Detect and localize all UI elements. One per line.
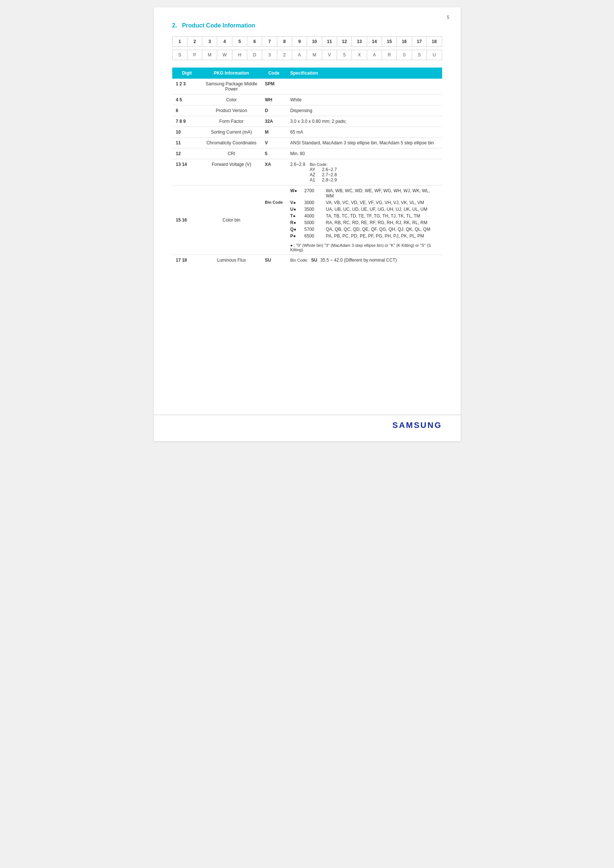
digit-number-cell: 15: [382, 37, 397, 47]
cb-bin-code: U●: [290, 207, 301, 212]
digit-cell: 7 8 9: [172, 116, 202, 127]
cb-bin-value: 2700: [304, 188, 323, 193]
digit-value-cell: A: [292, 50, 307, 60]
digit-value-cell: 5: [337, 50, 352, 60]
fv-bin-code: A1: [310, 177, 319, 183]
spec-cell: White: [287, 95, 442, 105]
fv-spec-cell: 2.6~2.9Bin Code:AY2.6~2.7AZ2.7~2.8A12.8~…: [287, 159, 442, 186]
digit-number-cell: 4: [217, 37, 232, 47]
page: 5 2. Product Code Information 1234567891…: [154, 8, 460, 441]
digit-number-cell: 10: [307, 37, 322, 47]
cb-bin-value: 4000: [304, 213, 323, 219]
fv-pkg-cell: Forward Voltage (V): [202, 159, 261, 186]
lf-code-cell: SU: [261, 255, 287, 266]
page-number: 5: [447, 15, 450, 20]
table-row: 1 2 3Samsung Package Middle PowerSPM: [172, 79, 442, 95]
table-row: 4 5ColorWHWhite: [172, 95, 442, 105]
pkg-cell: Product Version: [202, 105, 261, 116]
cb-pkg-cell: Color bin: [202, 186, 261, 255]
fv-bin-item: AZ2.7~2.8: [310, 172, 337, 177]
digit-values-table: SPMWHD32AMV5XAR0SU: [172, 50, 442, 60]
digit-value-cell: H: [232, 50, 247, 60]
table-row: 6Product VersionDDispensing: [172, 105, 442, 116]
lf-spec-cell: Bin Code:SU35.5 ~ 42.0 (Different by nom…: [287, 255, 442, 266]
lf-bin-code: SU: [311, 257, 317, 263]
section-heading: Product Code Information: [182, 22, 255, 29]
table-header-row: Digit PKG Information Code Specification: [172, 68, 442, 79]
luminous-flux-row: 17 18Luminous FluxSUBin Code:SU35.5 ~ 42…: [172, 255, 442, 266]
header-spec: Specification: [287, 68, 442, 79]
lf-pkg-cell: Luminous Flux: [202, 255, 261, 266]
digit-numbers-row: 123456789101112131415161718: [172, 37, 442, 47]
cb-bin-code: V●: [290, 200, 301, 205]
cb-code-cell: Bin Code: [261, 186, 287, 255]
cb-bin-value: 6500: [304, 233, 323, 239]
cb-bin-row: T●4000TA, TB, TC, TD, TE, TF, TG, TH, TJ…: [290, 213, 439, 219]
digit-value-cell: S: [412, 50, 426, 60]
cb-bin-list: TA, TB, TC, TD, TE, TF, TG, TH, TJ, TK, …: [326, 213, 439, 219]
digit-value-cell: M: [307, 50, 322, 60]
fv-bin-item: A12.8~2.9: [310, 177, 337, 183]
fv-bin-range: 2.6~2.7: [322, 167, 337, 172]
digit-number-cell: 18: [427, 37, 442, 47]
table-row: 10Sorting Current (mA)M65 mA: [172, 127, 442, 138]
fv-digit-cell: 13 14: [172, 159, 202, 186]
fv-bin-code: AZ: [310, 172, 319, 177]
digit-cell: 12: [172, 149, 202, 159]
digit-value-cell: 0: [397, 50, 412, 60]
cb-bin-row: P●6500PA, PB, PC, PD, PE, PF, PG, PH, PJ…: [290, 233, 439, 239]
digit-number-cell: 9: [292, 37, 307, 47]
fv-value: 2.6~2.9: [290, 162, 305, 167]
code-cell: D: [261, 105, 287, 116]
pkg-cell: Color: [202, 95, 261, 105]
digit-value-cell: V: [322, 50, 337, 60]
code-cell: 32A: [261, 116, 287, 127]
fv-bin-container: Bin Code:AY2.6~2.7AZ2.7~2.8A12.8~2.9: [310, 162, 337, 183]
cb-bin-value: 3000: [304, 200, 323, 205]
table-row: 12CRI5Min. 80: [172, 149, 442, 159]
pkg-cell: Form Factor: [202, 116, 261, 127]
cb-bin-list: UA, UB, UC, UD, UE, UF, UG, UH, UJ, UK, …: [326, 207, 439, 212]
cb-bin-list: RA, RB, RC, RD, RE, RF, RG, RH, RJ, RK, …: [326, 220, 439, 225]
cb-note: ● : "0" (Whole bin) "3" (MacAdam 3-step …: [290, 243, 439, 252]
info-table-body: 1 2 3Samsung Package Middle PowerSPM4 5C…: [172, 79, 442, 265]
lf-digit-cell: 17 18: [172, 255, 202, 266]
digit-number-cell: 16: [397, 37, 412, 47]
digit-header-table: 123456789101112131415161718: [172, 36, 442, 47]
digit-number-cell: 11: [322, 37, 337, 47]
spec-cell: Min. 80: [287, 149, 442, 159]
cb-digit-cell: 15 16: [172, 186, 202, 255]
digit-cell: 10: [172, 127, 202, 138]
digit-cell: 11: [172, 138, 202, 149]
cb-bin-list: WA, WB, WC, WD, WE, WF, WG, WH, WJ, WK, …: [326, 188, 439, 198]
digit-value-cell: 3: [262, 50, 277, 60]
color-bin-row: 15 16Color binBin CodeW●2700WA, WB, WC, …: [172, 186, 442, 255]
spec-cell: ANSI Standard, MacAdam 3 step ellipse bi…: [287, 138, 442, 149]
digit-cell: 1 2 3: [172, 79, 202, 95]
cb-bin-code: W●: [290, 188, 301, 193]
digit-number-cell: 7: [262, 37, 277, 47]
pkg-cell: Chromaticity Coordinates: [202, 138, 261, 149]
forward-voltage-row: 13 14Forward Voltage (V)XA2.6~2.9Bin Cod…: [172, 159, 442, 186]
cb-bin-row: V●3000VA, VB, VC, VD, VE, VF, VG, VH, VJ…: [290, 200, 439, 205]
info-table: Digit PKG Information Code Specification…: [172, 68, 442, 265]
digit-cell: 6: [172, 105, 202, 116]
cb-bin-row: U●3500UA, UB, UC, UD, UE, UF, UG, UH, UJ…: [290, 207, 439, 212]
digit-number-cell: 2: [187, 37, 202, 47]
cb-bin-code: P●: [290, 233, 301, 239]
spec-cell: [287, 79, 442, 95]
pkg-cell: CRI: [202, 149, 261, 159]
cb-bin-row: Q●5700QA, QB, QC, QD, QE, QF, QG, QH, QJ…: [290, 227, 439, 232]
digit-value-cell: M: [202, 50, 217, 60]
fv-bin-range: 2.8~2.9: [322, 177, 337, 183]
cb-bin-code: Q●: [290, 227, 301, 232]
cb-bin-row: R●5000RA, RB, RC, RD, RE, RF, RG, RH, RJ…: [290, 220, 439, 225]
digit-number-cell: 17: [412, 37, 426, 47]
digit-cell: 4 5: [172, 95, 202, 105]
digit-value-cell: 2: [277, 50, 292, 60]
header-pkg: PKG Information: [202, 68, 261, 79]
fv-bin-label: Bin Code:: [310, 162, 327, 167]
digit-number-cell: 12: [337, 37, 352, 47]
digit-value-cell: X: [352, 50, 367, 60]
header-digit: Digit: [172, 68, 202, 79]
